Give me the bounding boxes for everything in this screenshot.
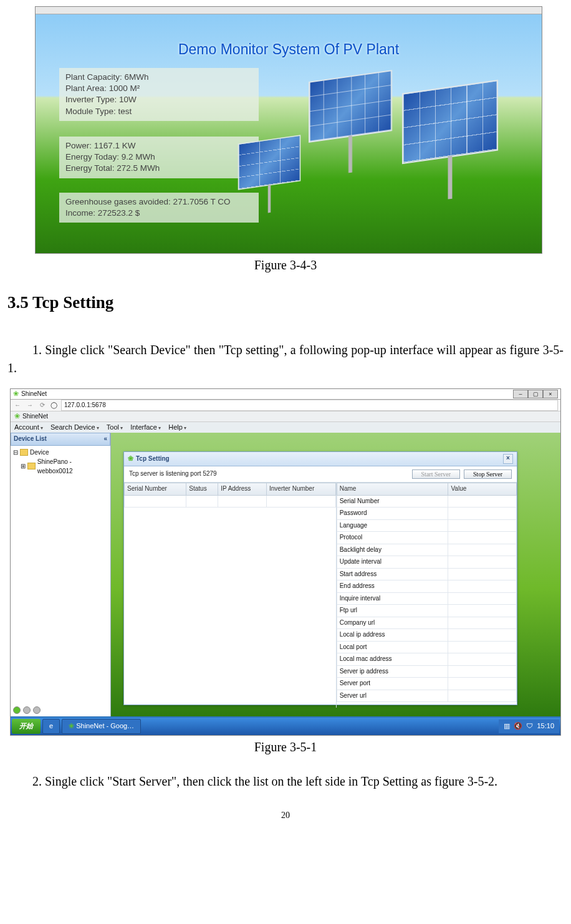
status-indicators [13, 706, 41, 714]
property-value [448, 653, 517, 666]
tray-icon[interactable]: 🔇 [514, 721, 522, 731]
property-row[interactable]: Company url [337, 617, 516, 629]
dialog-icon: ❀ [128, 454, 133, 464]
reload-icon[interactable]: ⟳ [38, 401, 47, 410]
ghg-avoided: Greenhouse gases avoided: 271.7056 T CO [65, 196, 252, 208]
property-name: Password [337, 508, 448, 520]
menu-help[interactable]: Help [168, 423, 186, 433]
figure-caption: Figure 3-5-1 [7, 738, 564, 756]
property-value [448, 617, 517, 629]
property-row[interactable]: Password [337, 508, 516, 520]
tree-node-shinepano[interactable]: ShinePano - webbox0012 [37, 457, 108, 476]
address-bar[interactable]: 127.0.0.1:5678 [61, 400, 558, 411]
collapse-icon[interactable]: « [103, 435, 107, 444]
col-status: Status [186, 483, 218, 496]
power-info-box: Power: 1167.1 KW Energy Today: 9.2 MWh E… [59, 137, 259, 178]
property-value [448, 580, 517, 593]
menu-tool[interactable]: Tool [107, 423, 123, 433]
property-name: Protocol [337, 532, 448, 544]
tcp-left-grid[interactable]: Serial Number Status IP Address Inverter… [124, 483, 337, 708]
property-row[interactable]: Local mac address [337, 653, 516, 666]
property-row[interactable]: Inquire interval [337, 592, 516, 605]
window-titlebar: ❀ ShineNet – ▢ × [11, 389, 560, 400]
property-value [448, 544, 517, 556]
status-dot-green [13, 706, 21, 714]
page-number: 20 [7, 809, 564, 822]
stop-server-button[interactable]: Stop Server [464, 469, 512, 479]
app-icon: ❀ [13, 389, 19, 399]
property-row[interactable]: Serial Number [337, 495, 516, 508]
maximize-button[interactable]: ▢ [528, 390, 543, 398]
start-server-button[interactable]: Start Server [412, 469, 461, 479]
tray-clock: 15:10 [537, 721, 554, 731]
property-name: Local mac address [337, 653, 448, 666]
taskbar-ie-icon[interactable]: e [42, 719, 60, 734]
property-row[interactable]: Local port [337, 641, 516, 653]
property-row[interactable]: Backlight delay [337, 544, 516, 556]
tree-toggle-icon[interactable]: ⊞ [21, 461, 26, 471]
property-row[interactable]: Start address [337, 568, 516, 580]
dialog-close-button[interactable]: × [503, 454, 513, 464]
property-row[interactable]: Update interval [337, 556, 516, 569]
tcp-right-grid[interactable]: Name Value Serial NumberPasswordLanguage… [337, 483, 517, 708]
inverter-type: Inverter Type: 10W [65, 94, 252, 105]
page-info-icon[interactable]: ◯ [50, 401, 57, 410]
col-name: Name [337, 483, 448, 496]
energy-today: Energy Today: 9.2 MWh [65, 152, 252, 163]
col-ip: IP Address [218, 483, 267, 496]
section-heading: 3.5 Tcp Setting [7, 291, 564, 315]
property-name: Local port [337, 641, 448, 653]
plant-info-box: Plant Capacity: 6MWh Plant Area: 1000 M²… [59, 68, 259, 121]
property-name: Inquire interval [337, 592, 448, 605]
status-dot-grey [33, 706, 41, 714]
tray-icon[interactable]: ▥ [504, 721, 510, 731]
property-name: End address [337, 580, 448, 593]
device-tree[interactable]: ⊟Device ⊞ShinePano - webbox0012 [11, 446, 110, 717]
menu-interface[interactable]: Interface [130, 423, 161, 433]
paragraph-1-text: 1. Single click "Search Device" then "Tc… [7, 343, 564, 375]
paragraph-1: 1. Single click "Search Device" then "Tc… [7, 341, 564, 377]
browser-toolbar: ← → ⟳ ◯ 127.0.0.1:5678 [11, 400, 560, 411]
browser-tab[interactable]: ShineNet [22, 412, 48, 421]
menu-search-device[interactable]: Search Device [50, 423, 99, 433]
property-row[interactable]: Ftp url [337, 605, 516, 617]
property-name: Serial Number [337, 495, 448, 508]
property-name: Local ip address [337, 629, 448, 642]
property-value [448, 519, 517, 532]
back-icon[interactable]: ← [13, 401, 22, 410]
taskbar-item-shinenet[interactable]: ❀ ShineNet - Goog… [62, 719, 141, 734]
property-row[interactable]: End address [337, 580, 516, 593]
property-value [448, 495, 517, 508]
property-value [448, 592, 517, 605]
col-serial: Serial Number [125, 483, 186, 496]
property-name: Update interval [337, 556, 448, 569]
plant-area: Plant Area: 1000 M² [65, 83, 252, 94]
power: Power: 1167.1 KW [65, 140, 252, 152]
paragraph-2-text: 2. Single click "Start Server", then cli… [32, 774, 497, 788]
tcp-setting-dialog: ❀ Tcp Setting × Tcp server is listening … [123, 451, 517, 705]
property-row[interactable]: Server port [337, 678, 516, 690]
close-button[interactable]: × [543, 390, 558, 398]
tree-node-device[interactable]: Device [30, 448, 49, 457]
tray-icon[interactable]: 🛡 [526, 721, 533, 731]
tree-toggle-icon[interactable]: ⊟ [13, 448, 18, 457]
forward-icon[interactable]: → [26, 401, 34, 410]
property-row[interactable]: Protocol [337, 532, 516, 544]
menu-account[interactable]: Account [14, 423, 43, 433]
property-row[interactable]: Language [337, 519, 516, 532]
property-row[interactable]: Server url [337, 690, 516, 702]
property-row[interactable]: Local ip address [337, 629, 516, 642]
col-inverter-num: Inverter Number [267, 483, 336, 496]
energy-total: Energy Total: 272.5 MWh [65, 163, 252, 174]
start-button[interactable]: 开始 [12, 719, 41, 734]
property-value [448, 678, 517, 690]
property-row[interactable]: Server ip address [337, 665, 516, 678]
folder-icon [20, 449, 28, 456]
folder-icon [27, 463, 36, 469]
property-value [448, 532, 517, 544]
solar-panel-icon [238, 135, 301, 190]
tab-icon: ❀ [14, 411, 20, 421]
property-name: Company url [337, 617, 448, 629]
minimize-button[interactable]: – [513, 390, 528, 398]
system-tray[interactable]: ▥ 🔇 🛡 15:10 [499, 719, 559, 733]
